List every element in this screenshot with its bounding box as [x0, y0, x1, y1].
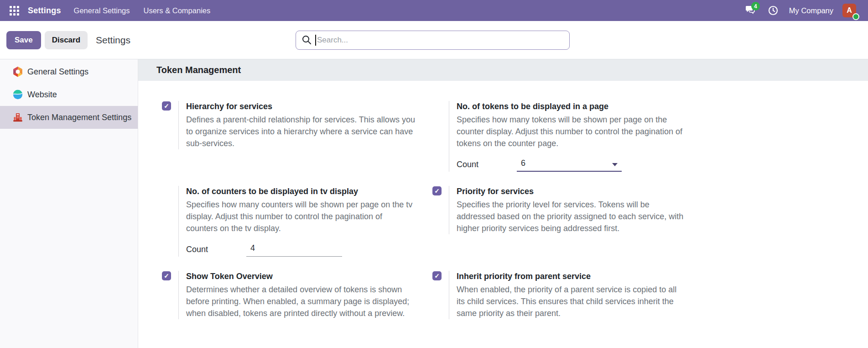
setting-inherit-priority: ✓ Inherit priority from parent service W… — [432, 271, 699, 319]
control-bar: Save Discard Settings — [0, 21, 868, 59]
setting-text-pane: Priority for services Specifies the prio… — [449, 186, 699, 234]
setting-title: Priority for services — [457, 186, 699, 197]
hierarchy-for-services-checkbox[interactable]: ✓ — [162, 101, 171, 111]
company-switcher[interactable]: My Company — [789, 6, 833, 15]
app-brand[interactable]: Settings — [28, 6, 61, 16]
top-navbar: Settings General Settings Users & Compan… — [0, 0, 868, 21]
messages-button[interactable]: 4 — [743, 4, 757, 17]
setting-checkbox-pane: ✓ — [432, 271, 449, 280]
setting-tokens-per-page: No. of tokens to be displayed in a page … — [432, 101, 699, 172]
sidebar-item-label: Website — [27, 90, 57, 100]
setting-title: Hierarchy for services — [186, 101, 429, 112]
discard-button[interactable]: Discard — [45, 31, 88, 49]
setting-description: Specifies the priority level for service… — [457, 199, 686, 234]
text-cursor — [315, 35, 316, 46]
content-area: General Settings Website — [0, 59, 868, 348]
nav-item-general-settings[interactable]: General Settings — [74, 6, 130, 15]
page-title: Settings — [96, 35, 130, 46]
tokens-count-value: 6 — [521, 158, 525, 168]
setting-description: Specifies how many tokens will be shown … — [457, 114, 686, 149]
setting-hierarchy-for-services: ✓ Hierarchy for services Defines a paren… — [162, 101, 429, 149]
settings-sidebar: General Settings Website — [0, 59, 138, 348]
setting-counters-tv-display: No. of counters to be displayed in tv di… — [162, 186, 429, 257]
apps-grid-icon[interactable] — [7, 4, 21, 17]
setting-text-pane: Hierarchy for services Defines a parent-… — [178, 101, 429, 149]
count-field-row: Count 4 — [186, 243, 429, 257]
search-input[interactable] — [296, 31, 570, 50]
setting-title: No. of counters to be displayed in tv di… — [186, 186, 429, 197]
setting-description: Defines a parent-child relationship for … — [186, 114, 415, 149]
setting-title: Inherit priority from parent service — [457, 271, 699, 282]
inherit-priority-checkbox[interactable]: ✓ — [432, 271, 442, 280]
search-icon — [301, 35, 312, 46]
sidebar-item-label: General Settings — [27, 67, 88, 77]
settings-main-panel: Token Management ✓ Hierarchy for service… — [138, 59, 868, 348]
messages-count-badge: 4 — [751, 2, 760, 11]
setting-text-pane: No. of counters to be displayed in tv di… — [178, 186, 429, 257]
settings-grid: ✓ Hierarchy for services Defines a paren… — [162, 101, 868, 319]
priority-for-services-checkbox[interactable]: ✓ — [432, 186, 442, 195]
save-button[interactable]: Save — [6, 31, 41, 49]
show-token-overview-checkbox[interactable]: ✓ — [162, 271, 171, 280]
sidebar-item-website[interactable]: Website — [0, 83, 138, 106]
tokens-count-select[interactable]: 6 — [517, 158, 622, 172]
setting-checkbox-pane: ✓ — [162, 101, 178, 111]
nav-left: Settings General Settings Users & Compan… — [7, 4, 210, 17]
sidebar-item-token-management-settings[interactable]: Token Management Settings — [0, 106, 138, 129]
section-title: Token Management — [156, 65, 241, 75]
setting-checkbox-pane — [162, 186, 178, 186]
nav-item-users-companies[interactable]: Users & Companies — [144, 6, 211, 15]
setting-priority-for-services: ✓ Priority for services Specifies the pr… — [432, 186, 699, 234]
website-icon — [12, 89, 24, 100]
count-field-row: Count 6 — [457, 158, 699, 172]
general-settings-icon — [12, 66, 24, 78]
counters-count-input[interactable]: 4 — [246, 243, 342, 257]
count-label: Count — [457, 160, 517, 172]
nav-links: General Settings Users & Companies — [74, 6, 211, 15]
setting-title: No. of tokens to be displayed in a page — [457, 101, 699, 112]
apps-grid-glyph — [10, 6, 19, 16]
token-management-icon — [12, 111, 24, 123]
setting-text-pane: No. of tokens to be displayed in a page … — [449, 101, 699, 172]
setting-text-pane: Show Token Overview Determines whether a… — [178, 271, 429, 319]
activity-clock-button[interactable] — [766, 4, 780, 17]
sidebar-item-general-settings[interactable]: General Settings — [0, 60, 138, 83]
search-box — [296, 31, 570, 50]
setting-description: When enabled, the priority of a parent s… — [457, 284, 686, 319]
setting-text-pane: Inherit priority from parent service Whe… — [449, 271, 699, 319]
online-status-dot — [852, 13, 859, 20]
count-label: Count — [186, 245, 246, 257]
setting-description: Determines whether a detailed overview o… — [186, 284, 415, 319]
user-menu[interactable]: A — [842, 4, 856, 17]
sidebar-item-label: Token Management Settings — [27, 113, 131, 122]
nav-right: 4 My Company A — [743, 4, 861, 17]
section-band: Token Management — [138, 59, 868, 81]
clock-icon — [768, 5, 779, 16]
setting-checkbox-pane — [432, 101, 449, 101]
setting-title: Show Token Overview — [186, 271, 429, 282]
setting-show-token-overview: ✓ Show Token Overview Determines whether… — [162, 271, 429, 319]
setting-checkbox-pane: ✓ — [432, 186, 449, 195]
setting-description: Specifies how many counters will be show… — [186, 199, 415, 234]
chevron-down-icon — [612, 163, 618, 166]
setting-checkbox-pane: ✓ — [162, 271, 178, 280]
